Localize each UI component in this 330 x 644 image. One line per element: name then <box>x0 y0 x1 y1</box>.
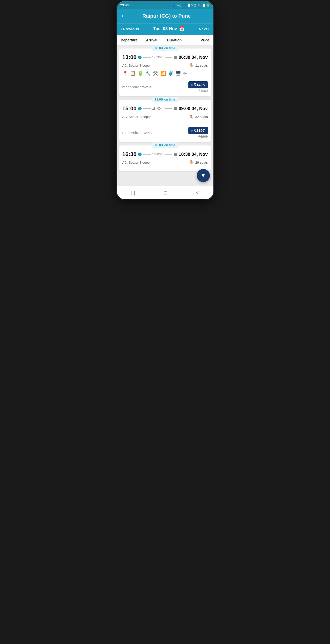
bus-list: 88.0% on time 13:00 17h30m 06:30 04, Nov… <box>117 45 213 186</box>
arrival-time-1: 06:30 04, Nov <box>179 55 208 60</box>
battery-icon: 🔋 <box>138 70 143 76</box>
next-label: Next <box>199 27 207 31</box>
arrival-time-2: 09:00 04, Nov <box>179 106 208 111</box>
status-bar: 23:43 🔵 Vo)) LTE₁ ▊ Vo)) LTE₂ ▊ 🔋 <box>117 1 213 9</box>
departure-time-2: 15:00 <box>122 105 137 112</box>
price-block-1: ₹1425 ₹1500 <box>188 81 208 93</box>
seats-info-3: 🪑 29 seats <box>189 160 208 165</box>
departure-dot-1 <box>138 56 142 59</box>
time-row-1: 13:00 17h30m 06:30 04, Nov <box>122 54 208 61</box>
price-1: ₹1425 <box>194 83 205 87</box>
departure-time-1: 13:00 <box>122 54 137 61</box>
arrival-square-2 <box>174 107 177 110</box>
bus-type-2: AC, Seater-Sleeper <box>122 115 151 119</box>
col-duration: Duration <box>167 38 188 42</box>
departure-dot-3 <box>138 153 142 156</box>
arrival-square-3 <box>174 153 177 156</box>
departure-time-3: 16:30 <box>122 151 137 158</box>
line-left-3 <box>143 154 151 155</box>
amenity-count-1: 4+ <box>183 71 187 75</box>
filter-fab-button[interactable]: ▼ <box>197 169 210 182</box>
operator-row-2: mahendra travels ₹1197 ₹1260 <box>122 125 208 138</box>
line-right-1 <box>165 57 172 58</box>
header: ← Raipur (CG) to Pune <box>117 9 213 23</box>
seats-info-2: 🪑 32 seats <box>189 114 208 119</box>
previous-label: Previous <box>123 27 139 31</box>
screen-icon: 🖥️ <box>175 70 181 76</box>
line-left-1 <box>143 57 151 58</box>
wifi-icon: 📶 <box>160 70 166 76</box>
time-row-3: 16:30 18h00m 10:30 04, Nov <box>122 151 208 158</box>
arrival-square-1 <box>174 56 177 59</box>
seat-icon-1: 🪑 <box>189 63 194 68</box>
original-price-1: ₹1500 <box>199 89 208 93</box>
duration-1: 17h30m <box>152 56 163 59</box>
type-row-1: AC, Seater-Sleeper 🪑 11 seats <box>122 63 208 68</box>
price-2: ₹1197 <box>194 128 205 133</box>
document-icon: 📋 <box>130 70 136 76</box>
on-time-badge-2: 88.0% on time <box>151 97 179 102</box>
col-departure: Departure <box>121 38 146 42</box>
price-dot-1 <box>191 84 193 86</box>
luggage-icon: 🧳 <box>168 70 173 76</box>
phone-frame: 23:43 🔵 Vo)) LTE₁ ▊ Vo)) LTE₂ ▊ 🔋 ← Raip… <box>116 0 214 200</box>
location-icon: 📍 <box>122 70 128 76</box>
amenities-row-1: 📍 📋 🔋 🔧 ⚒️ 📶 🧳 🖥️ 4+ <box>122 70 208 76</box>
on-time-badge-1: 88.0% on time <box>151 45 179 51</box>
operator-name-2: mahendra travels <box>122 131 152 135</box>
back-nav-button[interactable]: < <box>196 190 199 196</box>
seats-count-2: 32 seats <box>195 115 208 119</box>
bus-type-3: AC, Seater-Sleeper <box>122 161 151 164</box>
previous-date-button[interactable]: ‹ Previous <box>121 27 139 31</box>
operator-name-1: mahendra travels <box>122 85 152 89</box>
bus-card-3[interactable]: 88.0% on time 16:30 18h00m 10:30 04, Nov… <box>119 145 211 171</box>
calendar-icon[interactable]: 📅 <box>179 26 185 32</box>
page-title: Raipur (CG) to Pune <box>129 13 209 19</box>
type-row-2: AC, Seater-Sleeper 🪑 32 seats <box>122 114 208 119</box>
menu-nav-button[interactable]: ||| <box>131 190 135 196</box>
price-block-2: ₹1197 ₹1260 <box>188 127 208 138</box>
current-date: Tue, 03 Nov 📅 <box>153 26 185 32</box>
bus-type-1: AC, Seater-Sleeper <box>122 64 151 67</box>
col-price: Price <box>188 38 209 42</box>
seats-count-3: 29 seats <box>195 161 208 164</box>
date-label: Tue, 03 Nov <box>153 26 177 31</box>
price-dot-2 <box>191 130 193 132</box>
time-row-2: 15:00 18h00m 09:00 04, Nov <box>122 105 208 112</box>
arrival-time-3: 10:30 04, Nov <box>179 152 208 157</box>
bus-card-2[interactable]: 88.0% on time 15:00 18h00m 09:00 04, Nov… <box>119 100 211 142</box>
col-arrival: Arrival <box>146 38 167 42</box>
status-icons: 🔵 Vo)) LTE₁ ▊ Vo)) LTE₂ ▊ 🔋 <box>172 4 210 7</box>
date-navigation: ‹ Previous Tue, 03 Nov 📅 Next › <box>117 23 213 35</box>
seats-count-1: 11 seats <box>195 64 208 67</box>
home-nav-button[interactable]: □ <box>164 190 167 196</box>
status-time: 23:43 <box>120 3 129 7</box>
column-headers: Departure Arrival Duration Price <box>117 35 213 45</box>
line-left-2 <box>143 108 151 109</box>
duration-2: 18h00m <box>152 107 163 110</box>
price-tag-1[interactable]: ₹1425 <box>188 81 208 88</box>
tool-icon: 🔧 <box>145 70 151 76</box>
operator-row-1: mahendra travels ₹1425 ₹1500 <box>122 79 208 93</box>
bus-card-1[interactable]: 88.0% on time 13:00 17h30m 06:30 04, Nov… <box>119 48 211 96</box>
seats-info-1: 🪑 11 seats <box>189 63 208 68</box>
back-button[interactable]: ← <box>121 13 126 19</box>
seat-icon-3: 🪑 <box>189 160 194 165</box>
filter-icon: ▼ <box>201 172 206 179</box>
departure-dot-2 <box>138 107 142 110</box>
on-time-badge-3: 88.0% on time <box>151 142 179 148</box>
duration-3: 18h00m <box>152 153 163 156</box>
seat-icon-2: 🪑 <box>189 114 194 119</box>
type-row-3: AC, Seater-Sleeper 🪑 29 seats <box>122 160 208 165</box>
line-right-3 <box>165 154 172 155</box>
next-date-button[interactable]: Next › <box>199 27 209 31</box>
original-price-2: ₹1260 <box>199 135 208 138</box>
bottom-navigation: ||| □ < <box>117 186 213 199</box>
hammer-icon: ⚒️ <box>153 70 158 76</box>
line-right-2 <box>165 108 172 109</box>
price-tag-2[interactable]: ₹1197 <box>188 127 208 134</box>
